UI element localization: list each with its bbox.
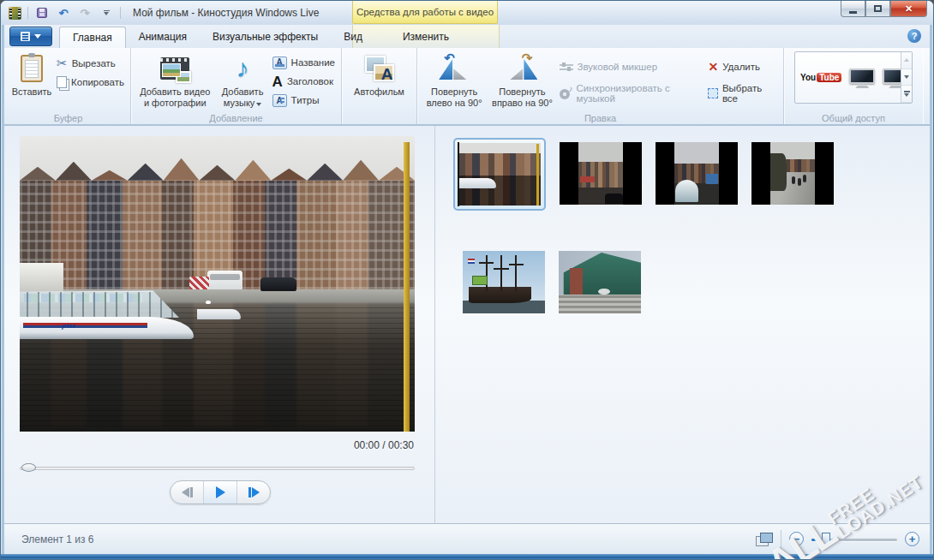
rotate-right-label-1: Повернуть (499, 86, 545, 97)
thumbnail-canal-boat[interactable] (656, 142, 738, 205)
gallery-more-button[interactable] (901, 86, 912, 103)
ribbon: Вставить ✂ Вырезать Копировать Буфер Доб… (4, 48, 930, 125)
menu-list-icon (21, 32, 30, 41)
status-bar: Элемент 1 из 6 − + (4, 523, 930, 554)
group-clipboard: Вставить ✂ Вырезать Копировать Буфер (6, 48, 131, 124)
minimize-button[interactable] (841, 1, 865, 17)
close-button[interactable]: ✕ (890, 1, 927, 17)
playhead-indicator[interactable] (458, 142, 459, 206)
gallery-scroll-down-button[interactable] (901, 69, 912, 86)
play-button[interactable] (203, 481, 237, 503)
cut-label: Вырезать (72, 58, 116, 69)
zoom-slider[interactable] (811, 533, 897, 546)
youtube-logo-icon: You (800, 73, 816, 82)
rotate-left-label-1: Повернуть (431, 86, 477, 97)
clipboard-icon (21, 55, 43, 82)
rotate-right-button[interactable]: ↷ Повернуть вправо на 90° (488, 51, 556, 109)
preview-shed (20, 263, 63, 293)
undo-icon: ↶ (59, 7, 69, 20)
seek-bar[interactable] (20, 462, 415, 473)
preview-swan (206, 301, 211, 304)
sync-music-button: Синхронизировать с музыкой (557, 84, 706, 103)
content-area: plas 00:00 / 00:30 (4, 126, 930, 523)
qat-customize-button[interactable] (99, 5, 114, 21)
dropdown-arrow-icon (256, 103, 261, 106)
preview-tour-boat: plas (20, 290, 194, 339)
boat-name-label: plas (62, 322, 75, 330)
youtube-button[interactable]: You Tube (800, 73, 841, 82)
add-video-label-1: Добавить видео (140, 86, 210, 97)
add-music-label-2: музыку (224, 98, 255, 108)
thumbnail-canal-houses[interactable] (458, 143, 541, 206)
automovie-icon: A (365, 56, 394, 81)
thumbnail-walking-street[interactable] (751, 142, 834, 205)
tab-visual-effects[interactable]: Визуальные эффекты (200, 25, 331, 48)
tab-view[interactable]: Вид (331, 25, 375, 48)
add-music-button[interactable]: ♪ Добавить музыку (216, 51, 270, 109)
group-label-edit: Правка (417, 113, 783, 123)
boat-canopy (20, 290, 179, 318)
tab-edit[interactable]: Изменить (390, 25, 462, 48)
app-filmstrip-icon[interactable] (9, 7, 21, 20)
help-button[interactable]: ? (907, 29, 921, 43)
publish-monitor-button-1[interactable] (849, 69, 875, 86)
paste-button[interactable]: Вставить (9, 51, 54, 98)
sync-music-label: Синхронизировать с музыкой (577, 83, 703, 104)
tab-home[interactable]: Главная (59, 27, 126, 48)
add-videos-photos-button[interactable]: Добавить видео и фотографии (135, 51, 216, 109)
caption-button[interactable]: A Заголовок (270, 72, 338, 91)
window-title: Мой фильм - Киностудия Windows Live (133, 7, 319, 19)
chevron-down-icon (34, 34, 41, 39)
thumbnail-green-building[interactable] (559, 251, 641, 313)
copy-button[interactable]: Копировать (54, 73, 127, 92)
save-button[interactable] (34, 5, 50, 21)
copy-label: Копировать (71, 77, 124, 87)
title-button[interactable]: A Название (270, 53, 338, 72)
select-all-icon (708, 88, 717, 98)
automovie-button[interactable]: A Автофильм (345, 51, 413, 98)
tab-animation[interactable]: Анимация (126, 25, 200, 48)
seek-track[interactable] (20, 467, 415, 470)
cut-button[interactable]: ✂ Вырезать (54, 54, 127, 73)
credits-button[interactable]: A Титры (270, 91, 338, 110)
watermark-free: FREE (825, 460, 917, 527)
delete-label: Удалить (722, 62, 760, 72)
gallery-scroll-up-button (901, 52, 912, 69)
next-frame-button[interactable] (237, 481, 270, 503)
thumbnail-size-button[interactable] (756, 533, 773, 546)
credits-icon: A (272, 94, 287, 107)
titlebar: ↶ ↷ Мой фильм - Киностудия Windows Live … (1, 1, 933, 25)
rotate-left-button[interactable]: ↶ Повернуть влево на 90° (421, 51, 488, 109)
preview-car (260, 277, 296, 292)
seek-thumb[interactable] (21, 463, 36, 472)
preview-awning (189, 277, 209, 290)
application-menu-button[interactable] (9, 27, 52, 46)
zoom-slider-thumb[interactable] (822, 533, 830, 546)
delete-button[interactable]: ✕ Удалить (705, 57, 780, 76)
separator (781, 530, 781, 549)
rotate-left-label-2: влево на 90° (427, 98, 482, 108)
preview-small-boat (197, 309, 241, 319)
close-icon: ✕ (905, 3, 913, 15)
thumbnail-tall-ship[interactable] (463, 251, 545, 313)
rotate-right-icon: ↷ (505, 56, 539, 81)
storyboard-item-1-selected[interactable] (453, 138, 546, 211)
undo-button[interactable]: ↶ (56, 5, 71, 21)
previous-frame-icon (182, 487, 189, 497)
redo-button: ↷ (77, 5, 93, 21)
audio-mixer-button: Звуковой микшер (557, 57, 706, 76)
zoom-out-button[interactable]: − (789, 532, 804, 546)
thumbnail-street-scene[interactable] (560, 142, 642, 205)
app-window: ↶ ↷ Мой фильм - Киностудия Windows Live … (0, 0, 934, 560)
zoom-in-button[interactable]: + (905, 532, 919, 546)
add-video-label-2: и фотографии (144, 98, 207, 108)
gallery-scrollbar (901, 52, 912, 103)
maximize-button[interactable] (865, 1, 890, 17)
select-all-button[interactable]: Выбрать все (705, 84, 780, 103)
group-label-share: Общий доступ (784, 113, 923, 123)
group-automovie: A Автофильм (342, 48, 417, 124)
redo-icon: ↷ (81, 7, 90, 20)
delete-x-icon: ✕ (708, 60, 718, 74)
title-label: Название (291, 57, 335, 68)
preview-rooflines (20, 160, 415, 181)
